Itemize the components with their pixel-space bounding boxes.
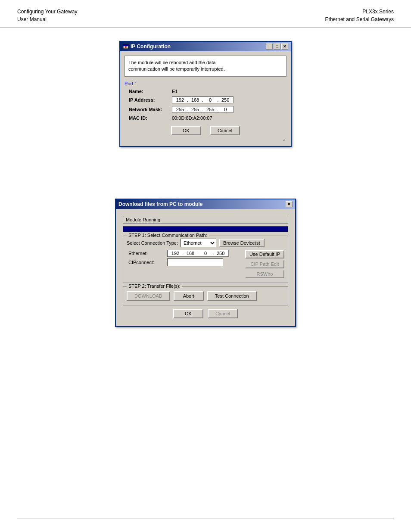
dialog-message: The module will be rebooted and the data…: [125, 56, 286, 77]
ethernet-ip-group[interactable]: . . .: [167, 250, 229, 257]
step2-legend: STEP 2: Transfer File(s):: [127, 283, 182, 289]
page-footer-line: [17, 519, 394, 519]
ip-dot-2: .: [202, 97, 203, 103]
download-dialog: Download files from PC to module ✕ Modul…: [115, 199, 296, 327]
ip-row: IP Address: . . .: [125, 96, 286, 103]
dialog-buttons: OK Cancel: [125, 126, 286, 135]
message-line2: communication will be temporarily interr…: [128, 66, 225, 72]
mask-seg-4[interactable]: [219, 107, 231, 112]
abort-button[interactable]: Abort: [174, 291, 204, 301]
ip-seg-1[interactable]: [174, 97, 186, 103]
download-dialog-title: Download files from PC to module: [118, 201, 202, 207]
download-dialog-body: Module Running STEP 1: Select Communicat…: [116, 209, 295, 326]
name-label: Name:: [129, 89, 172, 94]
ip-config-title-bar: IP Configuration _ □ ✕: [120, 42, 291, 51]
ethernet-inputs: Ethernet: . . .: [127, 250, 243, 268]
header-left-line2: User Manual: [17, 16, 77, 23]
name-row: Name: E1: [125, 89, 286, 94]
eth-dot-3: .: [212, 251, 214, 256]
download-close-button[interactable]: ✕: [286, 201, 293, 207]
step2-row: DOWNLOAD Abort Test Connection: [127, 289, 284, 302]
test-connection-button[interactable]: Test Connection: [207, 291, 257, 301]
resize-handle: ⊿: [125, 138, 286, 142]
bottom-buttons: OK Cancel: [123, 309, 288, 318]
eth-seg-2[interactable]: [184, 251, 196, 256]
page-content: IP Configuration _ □ ✕ The module will b…: [0, 28, 411, 357]
mask-seg-1[interactable]: [174, 107, 186, 112]
step2-group: STEP 2: Transfer File(s): DOWNLOAD Abort…: [123, 286, 288, 305]
download-title-bar: Download files from PC to module ✕: [116, 199, 295, 209]
mac-label: MAC ID:: [129, 115, 172, 121]
ip-seg-3[interactable]: [204, 97, 216, 103]
step1-legend: STEP 1: Select Communication Path:: [127, 233, 209, 238]
dialog-icon: [123, 44, 129, 50]
cip-path-edit-button[interactable]: CIP Path Edit: [245, 260, 284, 268]
ethernet-section: Ethernet: . . .: [127, 250, 284, 278]
minimize-button[interactable]: _: [266, 44, 273, 50]
mask-dot-2: .: [202, 107, 203, 112]
svg-rect-1: [123, 44, 128, 46]
conn-type-row: Select Connection Type: Ethernet CIPconn…: [127, 239, 284, 247]
ip-config-dialog-wrapper: IP Configuration _ □ ✕ The module will b…: [119, 41, 292, 147]
download-title-buttons: ✕: [286, 201, 293, 207]
mask-seg-3[interactable]: [204, 107, 216, 112]
dialog2-ok-button[interactable]: OK: [173, 309, 203, 318]
ip-dot-1: .: [187, 97, 188, 103]
download-title-left: Download files from PC to module: [118, 201, 202, 207]
eth-dot-2: .: [197, 251, 199, 256]
mask-label: Network Mask:: [129, 107, 172, 112]
progress-bar-fill: [123, 227, 288, 232]
header-right-line2: Ethernet and Serial Gateways: [325, 16, 394, 23]
svg-point-2: [125, 46, 127, 48]
ip-label: IP Address:: [129, 97, 172, 103]
dialog2-cancel-button[interactable]: Cancel: [208, 309, 238, 318]
cipconnect-label: CIPconnect:: [128, 260, 167, 265]
message-line1: The module will be rebooted and the data: [128, 60, 215, 65]
port-section-label: Port 1: [125, 81, 286, 86]
step1-group: STEP 1: Select Communication Path: Selec…: [123, 236, 288, 283]
ip-seg-2[interactable]: [189, 97, 201, 103]
progress-bar-container: [123, 226, 288, 232]
ethernet-row: Ethernet: . . .: [127, 250, 243, 257]
cipconnect-row: CIPconnect:: [127, 258, 243, 266]
download-button[interactable]: DOWNLOAD: [127, 291, 170, 301]
eth-seg-1[interactable]: [169, 251, 181, 256]
use-default-ip-button[interactable]: Use Default IP: [245, 250, 284, 258]
ethernet-label: Ethernet:: [128, 251, 167, 256]
eth-dot-1: .: [182, 251, 184, 256]
mac-row: MAC ID: 00:0D:8D:A2:00:07: [125, 115, 286, 121]
eth-seg-4[interactable]: [215, 251, 227, 256]
cancel-button[interactable]: Cancel: [210, 126, 240, 135]
title-bar-left: IP Configuration: [123, 44, 171, 50]
header-left-line1: Configuring Your Gateway: [17, 8, 77, 16]
ip-dot-3: .: [217, 97, 218, 103]
ip-seg-4[interactable]: [219, 97, 231, 103]
maximize-button[interactable]: □: [274, 44, 280, 50]
header-right: PLX3x Series Ethernet and Serial Gateway…: [325, 8, 394, 23]
rswho-button[interactable]: RSWho: [245, 270, 284, 278]
ip-input-group[interactable]: . . .: [172, 96, 234, 103]
mask-seg-2[interactable]: [189, 107, 201, 112]
download-dialog-wrapper: Download files from PC to module ✕ Modul…: [115, 199, 296, 327]
ok-button[interactable]: OK: [171, 126, 201, 135]
mask-row: Network Mask: . . .: [125, 106, 286, 113]
cipconnect-input[interactable]: [167, 258, 223, 266]
mask-dot-1: .: [187, 107, 188, 112]
ip-config-dialog: IP Configuration _ □ ✕ The module will b…: [119, 41, 292, 147]
close-button[interactable]: ✕: [281, 44, 288, 50]
mask-input-group[interactable]: . . .: [172, 106, 234, 113]
mac-value: 00:0D:8D:A2:00:07: [172, 115, 212, 121]
dialog-body: The module will be rebooted and the data…: [120, 51, 291, 146]
mask-dot-3: .: [217, 107, 218, 112]
conn-type-select[interactable]: Ethernet CIPconnect Serial: [181, 239, 216, 247]
eth-seg-3[interactable]: [199, 251, 212, 256]
side-buttons: Use Default IP CIP Path Edit RSWho: [245, 250, 284, 278]
status-bar: Module Running: [123, 216, 288, 224]
page-header: Configuring Your Gateway User Manual PLX…: [0, 0, 411, 28]
resize-dots: ⊿: [283, 138, 286, 142]
dialog-title: IP Configuration: [131, 44, 171, 50]
header-right-line1: PLX3x Series: [325, 8, 394, 16]
header-left: Configuring Your Gateway User Manual: [17, 8, 77, 23]
conn-type-label: Select Connection Type:: [127, 240, 178, 246]
browse-devices-button[interactable]: Browse Device(s): [219, 239, 265, 247]
